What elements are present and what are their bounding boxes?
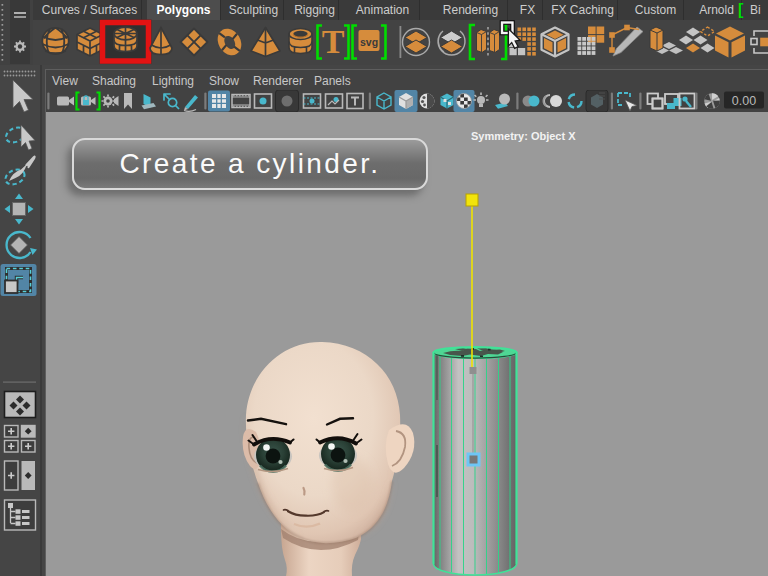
svg-text:0.00: 0.00	[732, 94, 756, 108]
svg-text:svg: svg	[360, 36, 378, 48]
svg-text:T: T	[322, 23, 345, 60]
